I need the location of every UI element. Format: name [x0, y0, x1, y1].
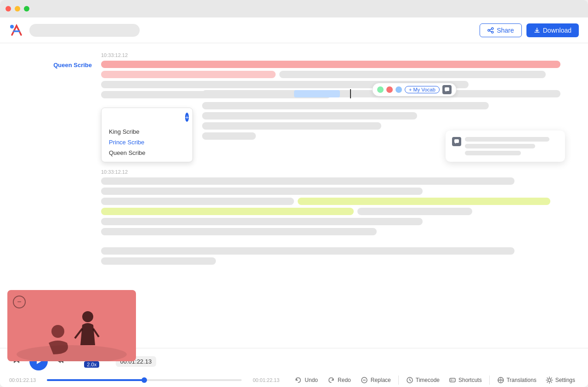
top-bar: Share Download [0, 17, 588, 43]
svg-line-4 [490, 29, 492, 30]
document-title-input[interactable] [29, 24, 140, 37]
text-line [101, 247, 514, 255]
vocab-button[interactable]: + My Vocab [405, 86, 440, 93]
comment-icon [444, 87, 450, 92]
replace-button[interactable]: Replace [356, 374, 395, 386]
download-button[interactable]: Download [526, 23, 579, 37]
speaker-label-queen[interactable]: Queen Scribe [9, 62, 92, 68]
time-label-right: 00:01:22.13 [247, 377, 279, 383]
top-bar-right: Share Download [480, 23, 579, 37]
shortcuts-label: Shortcuts [458, 377, 482, 383]
color-red-button[interactable] [386, 86, 393, 93]
segment3-lines [101, 177, 560, 265]
close-button[interactable] [6, 6, 11, 11]
text-line [202, 112, 417, 120]
text-line [202, 102, 489, 109]
translations-icon [497, 376, 504, 384]
settings-button[interactable]: Settings [542, 375, 579, 386]
comment-content [465, 137, 559, 155]
download-icon [534, 27, 540, 34]
svg-point-3 [492, 31, 493, 33]
share-button[interactable]: Share [480, 23, 521, 37]
undo-button[interactable]: Undo [290, 374, 322, 386]
speaker-dropdown[interactable]: + King Scribe Prince Scribe Queen Scribe [101, 108, 193, 162]
replace-icon [360, 376, 368, 384]
selected-word [294, 90, 340, 97]
svg-point-10 [82, 311, 93, 322]
svg-marker-15 [331, 378, 334, 381]
undo-label: Undo [305, 377, 318, 383]
line-row [101, 198, 560, 205]
segment-prince-scribe: 10:33:12.12 + King Scribe Prince Scribe … [101, 112, 560, 140]
video-preview[interactable]: − [7, 290, 136, 361]
shortcuts-icon [449, 376, 456, 384]
text-line [202, 122, 381, 130]
text-line [202, 132, 256, 140]
video-inner: − [7, 290, 136, 361]
svg-line-11 [75, 329, 82, 338]
settings-label: Settings [555, 377, 575, 383]
text-line [279, 71, 546, 78]
timestamp-1: 10:33:12.12 [101, 52, 560, 58]
comment-bubble-icon [452, 137, 461, 146]
timestamp-3: 10:33:12.12 [101, 169, 560, 175]
comment-line [465, 137, 549, 142]
svg-point-9 [51, 325, 64, 338]
download-label: Download [543, 27, 571, 34]
dropdown-item-prince[interactable]: Prince Scribe [105, 137, 189, 148]
svg-point-0 [10, 25, 14, 28]
translations-label: Translations [507, 377, 537, 383]
minimize-button[interactable] [15, 6, 20, 11]
app-content: Share Download Queen Scribe 10:33:12.12 [0, 17, 588, 387]
share-label: Share [497, 27, 514, 34]
text-line-yellow [298, 198, 550, 205]
top-bar-left [9, 23, 140, 38]
svg-line-5 [490, 31, 492, 32]
text-line [101, 61, 560, 68]
dropdown-item-queen[interactable]: Queen Scribe [105, 148, 189, 158]
text-line [101, 218, 423, 225]
dropdown-item-king[interactable]: King Scribe [105, 126, 189, 137]
speed-badge[interactable]: 2.0x [84, 361, 99, 368]
timecode-icon [406, 376, 413, 384]
maximize-button[interactable] [24, 6, 29, 11]
svg-point-22 [548, 379, 551, 381]
text-line [101, 198, 294, 205]
timecode-label: Timecode [416, 377, 440, 383]
redo-icon [327, 376, 335, 384]
svg-rect-7 [454, 139, 459, 143]
color-blue-button[interactable] [396, 86, 402, 93]
comment-bubble [446, 131, 565, 162]
timecode-button[interactable]: Timecode [402, 375, 443, 386]
line-with-toolbar: + My Vocab [202, 88, 560, 99]
text-line [101, 257, 216, 265]
add-speaker-plus-button[interactable]: + [185, 113, 189, 122]
app-logo [9, 23, 24, 38]
divider [398, 376, 399, 385]
speaker-search-input[interactable] [105, 112, 182, 123]
svg-point-2 [488, 29, 490, 31]
comment-line [465, 151, 521, 155]
spacer [101, 238, 560, 245]
time-label-left: 00:01:22.13 [9, 377, 41, 383]
color-green-button[interactable] [377, 86, 384, 93]
shortcuts-button[interactable]: Shortcuts [445, 375, 486, 386]
translations-button[interactable]: Translations [493, 375, 540, 386]
word-toolbar: + My Vocab [372, 83, 457, 97]
progress-bar[interactable] [47, 379, 242, 381]
progress-fill [47, 379, 144, 381]
line-row [101, 208, 560, 215]
redo-button[interactable]: Redo [323, 374, 355, 386]
text-cursor [350, 89, 351, 98]
segment-ace-speaker: 10:33:12.12 [101, 169, 560, 265]
timeline-row: 00:01:22.13 00:01:22.13 Undo [0, 374, 588, 387]
video-illustration [7, 290, 136, 361]
tool-buttons: Undo Redo Replace [290, 374, 579, 386]
svg-point-1 [492, 28, 493, 29]
progress-thumb[interactable] [141, 377, 147, 383]
settings-icon [546, 376, 553, 384]
divider2 [489, 376, 490, 385]
comment-button[interactable] [442, 85, 452, 94]
svg-point-8 [17, 345, 127, 361]
text-line [101, 188, 423, 195]
